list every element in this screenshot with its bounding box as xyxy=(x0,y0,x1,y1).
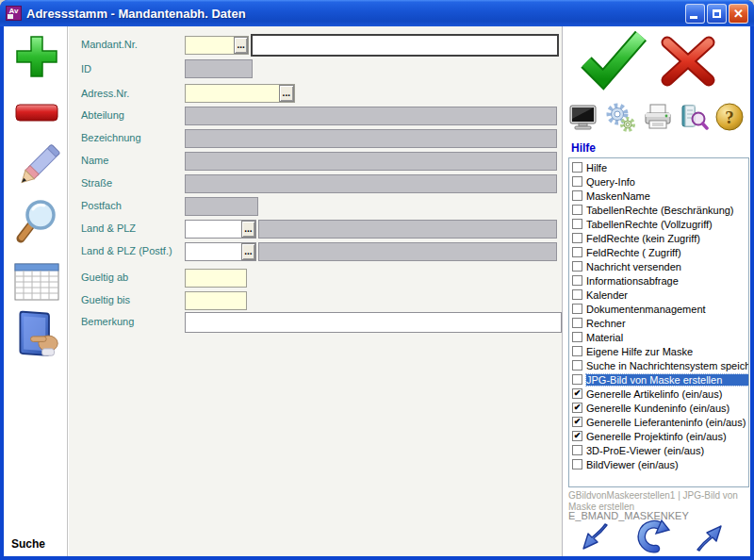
checkbox-item[interactable]: Kalender xyxy=(569,288,748,302)
checkbox-item[interactable]: Nachricht versenden xyxy=(569,259,748,273)
gueltig-ab-input[interactable] xyxy=(186,270,246,287)
maximize-button[interactable] xyxy=(707,4,727,24)
checkbox-unchecked[interactable] xyxy=(572,190,582,201)
delete-button[interactable] xyxy=(13,96,60,130)
confirm-button[interactable] xyxy=(579,28,648,94)
checkbox-label: Query-Info xyxy=(586,176,635,188)
checkbox-label: TabellenRechte (Vollzugriff) xyxy=(586,219,713,230)
land-plz-lookup-button[interactable]: ... xyxy=(241,221,255,238)
checkbox-item[interactable]: Eigene Hilfe zur Maske xyxy=(569,344,748,358)
land-plz-postf-lookup-button[interactable]: ... xyxy=(241,243,255,260)
checkbox-checked[interactable]: ✔ xyxy=(572,431,582,441)
adress-nr-input[interactable] xyxy=(186,85,279,102)
checkbox-item[interactable]: JPG-Bild von Maske erstellen xyxy=(569,372,748,387)
edit-button[interactable] xyxy=(13,145,60,192)
checkbox-unchecked[interactable] xyxy=(572,374,582,385)
checkbox-item[interactable]: ✔Generelle Kundeninfo (ein/aus) xyxy=(569,401,748,415)
help-button[interactable]: ? xyxy=(714,102,745,132)
land-plz-postf-name-field xyxy=(258,242,557,261)
checkbox-label: Generelle Artikelinfo (ein/aus) xyxy=(586,388,722,400)
print-button[interactable] xyxy=(643,102,673,132)
select-screen-button[interactable] xyxy=(13,305,60,364)
settings-button[interactable] xyxy=(605,102,635,132)
field-label: Land & PLZ (Postf.) xyxy=(81,245,172,256)
checkbox-unchecked[interactable] xyxy=(572,261,582,272)
titlebar[interactable]: Av Adressstamm - Mandantenabh. Daten ✕ xyxy=(0,0,754,26)
cancel-button[interactable] xyxy=(658,34,718,92)
maximize-icon xyxy=(713,9,721,18)
nav-back-button[interactable] xyxy=(579,520,613,554)
table-button[interactable] xyxy=(13,258,60,305)
app-icon: Av xyxy=(6,6,22,21)
mandant-nr-lookup-button[interactable]: ... xyxy=(234,37,248,54)
checkbox-unchecked[interactable] xyxy=(572,219,582,229)
checkbox-item[interactable]: Suche in Nachrichtensystem speich xyxy=(569,358,748,372)
checkbox-item[interactable]: FeldRechte (kein Zugriff) xyxy=(569,231,748,245)
checkbox-unchecked[interactable] xyxy=(572,332,582,342)
checkbox-unchecked[interactable] xyxy=(572,205,582,215)
checkbox-item[interactable]: Hilfe xyxy=(569,160,748,174)
checkbox-item[interactable]: Rechner xyxy=(569,316,748,330)
screen-button[interactable] xyxy=(568,102,598,132)
checkbox-item[interactable]: FeldRechte ( Zugriff) xyxy=(569,245,748,259)
checkbox-checked[interactable]: ✔ xyxy=(572,417,582,427)
checkbox-item[interactable]: 3D-ProE-Viewer (ein/aus) xyxy=(569,443,748,457)
field-label: Bemerkung xyxy=(81,316,134,327)
checkbox-label: TabellenRechte (Beschränkung) xyxy=(586,205,734,216)
bemerkung-input[interactable] xyxy=(186,313,561,332)
checkbox-unchecked[interactable] xyxy=(572,247,582,257)
status-caption: GBildvonMaskeerstellen1 | JPG-Bild von M… xyxy=(568,490,747,512)
checkbox-unchecked[interactable] xyxy=(572,176,582,187)
field-label: Name xyxy=(81,155,108,166)
checkbox-unchecked[interactable] xyxy=(572,289,582,300)
checkbox-unchecked[interactable] xyxy=(572,346,582,356)
land-plz-input[interactable] xyxy=(186,221,241,238)
checkbox-item[interactable]: ✔Generelle Lieferanteninfo (ein/aus) xyxy=(569,415,748,429)
plus-icon xyxy=(14,34,59,81)
minimize-button[interactable] xyxy=(685,4,705,24)
checkbox-item[interactable]: Dokumentenmanagement xyxy=(569,302,748,316)
abteilung-field xyxy=(185,107,557,125)
checkbox-item[interactable]: BildViewer (ein/aus) xyxy=(569,457,748,471)
land-plz-name-input xyxy=(259,221,556,238)
checkbox-item[interactable]: MaskenName xyxy=(569,189,748,203)
checkbox-item[interactable]: ✔Generelle Artikelinfo (ein/aus) xyxy=(569,387,748,401)
book-magnifier-icon xyxy=(679,102,709,132)
adress-nr-lookup-button[interactable]: ... xyxy=(279,85,294,102)
add-button[interactable] xyxy=(13,34,60,81)
mandant-nr-input[interactable] xyxy=(186,37,234,54)
bemerkung-field xyxy=(185,312,562,333)
checkbox-checked[interactable]: ✔ xyxy=(572,403,582,413)
land-plz-postf-input[interactable] xyxy=(186,243,241,260)
search-button[interactable] xyxy=(13,198,60,245)
name-field xyxy=(185,152,557,171)
checkbox-item[interactable]: TabellenRechte (Beschränkung) xyxy=(569,203,748,217)
checkbox-unchecked[interactable] xyxy=(572,459,582,469)
checkbox-item[interactable]: Query-Info xyxy=(569,174,748,189)
checkbox-item[interactable]: Material xyxy=(569,330,748,344)
checkbox-item[interactable]: Informationsabfrage xyxy=(569,273,748,288)
checkbox-unchecked[interactable] xyxy=(572,445,582,455)
checkbox-unchecked[interactable] xyxy=(572,318,582,328)
mandant-name-input[interactable] xyxy=(253,36,557,55)
help-checkbox-list[interactable]: HilfeQuery-InfoMaskenNameTabellenRechte … xyxy=(568,157,749,487)
nav-forward-button[interactable] xyxy=(692,520,726,554)
checkbox-unchecked[interactable] xyxy=(572,233,582,243)
field-label: Bezeichnung xyxy=(81,132,141,143)
nav-refresh-button[interactable] xyxy=(633,515,667,549)
checkbox-checked[interactable]: ✔ xyxy=(572,388,582,399)
document-search-button[interactable] xyxy=(679,102,709,132)
land-plz-lookup: ... xyxy=(185,220,256,239)
close-button[interactable]: ✕ xyxy=(729,4,748,24)
sidebar-footer-label: Suche xyxy=(11,537,45,551)
checkbox-item[interactable]: ✔Generelle Projektinfo (ein/aus) xyxy=(569,429,748,443)
checkbox-item[interactable]: TabellenRechte (Vollzugriff) xyxy=(569,217,748,231)
checkbox-unchecked[interactable] xyxy=(572,304,582,314)
checkbox-label: FeldRechte (kein Zugriff) xyxy=(586,233,700,244)
checkbox-unchecked[interactable] xyxy=(572,162,582,173)
sidebar: Suche xyxy=(4,26,68,556)
checkbox-unchecked[interactable] xyxy=(572,360,582,371)
field-label: Gueltig bis xyxy=(81,294,130,305)
checkbox-unchecked[interactable] xyxy=(572,275,582,286)
gueltig-bis-input[interactable] xyxy=(186,292,246,309)
